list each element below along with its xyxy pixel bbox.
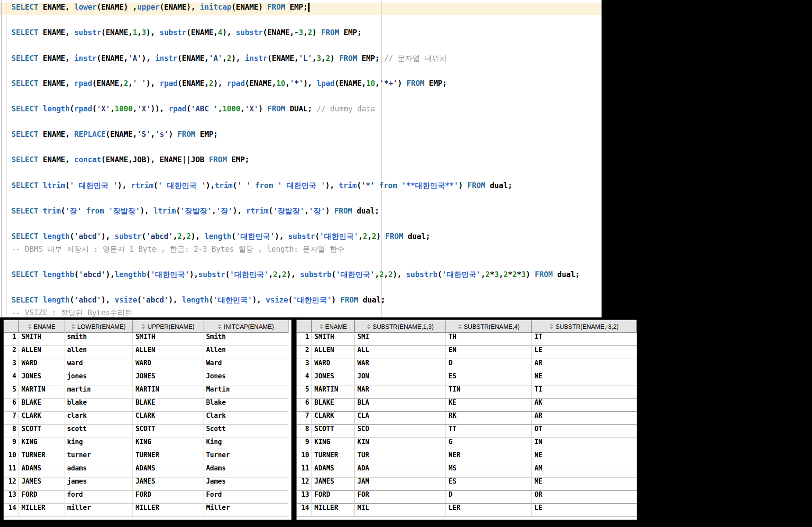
table-cell: MS <box>446 464 532 477</box>
row-number: 1 <box>297 333 312 346</box>
code-line: SELECT ENAME, instr(ENAME,'A'), instr(EN… <box>11 53 602 66</box>
table-row[interactable]: 2ALLENallenALLENAllen <box>4 346 291 359</box>
code-line: SELECT length('abcd'), vsize('abcd'), le… <box>11 295 602 308</box>
table-row[interactable]: 14MILLERMILLERLE <box>297 504 637 517</box>
table-cell: OR <box>532 491 637 504</box>
table-cell: RK <box>446 412 532 425</box>
table-row[interactable]: 11ADAMSadamsADAMSAdams <box>4 464 291 477</box>
table-row[interactable]: 7CLARKCLARKAR <box>297 412 637 425</box>
table-row[interactable]: 5MARTINmartinMARTINMartin <box>4 385 291 399</box>
table-cell: JAMES <box>19 477 64 491</box>
table-row[interactable]: 11ADAMSADAMSAM <box>297 464 637 477</box>
table-cell: ES <box>446 372 532 385</box>
table-row[interactable]: 7CLARKclarkCLARKClark <box>4 412 291 425</box>
table-row[interactable]: 12JAMESJAMESME <box>297 477 637 491</box>
table-cell: CLARK <box>19 412 64 425</box>
table-cell: LE <box>532 346 637 359</box>
table-cell: Martin <box>203 385 288 399</box>
table-cell: AR <box>532 359 637 372</box>
table-cell: JON <box>355 372 446 385</box>
column-header[interactable]: ENAME <box>19 320 64 333</box>
table-cell: FOR <box>355 491 446 504</box>
table-row[interactable]: 14MILLERmillerMILLERMiller <box>4 504 291 517</box>
sql-editor[interactable]: SELECT ENAME, lower(ENAME) ,upper(ENAME)… <box>0 0 602 317</box>
table-row[interactable]: 3WARDwardWARDWard <box>4 359 291 372</box>
table-cell: Adams <box>203 464 288 477</box>
table-cell: TURNER <box>133 451 203 464</box>
code-lines: SELECT ENAME, lower(ENAME) ,upper(ENAME)… <box>0 0 602 317</box>
table-row[interactable]: 4JONESJONESNE <box>297 372 637 385</box>
table-row[interactable]: 5MARTINMARTINTI <box>297 385 637 399</box>
table-cell: MILLER <box>133 504 203 517</box>
table-cell: D <box>446 359 532 372</box>
table-cell: MARTIN <box>19 385 64 399</box>
table-cell: Allen <box>203 346 288 359</box>
column-header[interactable]: SUBSTR(ENAME,4) <box>446 320 532 333</box>
table-cell: BLAKE <box>19 399 64 412</box>
row-number: 10 <box>297 451 312 464</box>
table-row[interactable]: 13FORDfordFORDFord <box>4 491 291 504</box>
table-cell: MILLER <box>312 504 355 517</box>
fold-gutter-line <box>7 0 7 317</box>
sort-updown-icon <box>320 324 323 329</box>
table-row[interactable]: 10TURNERturnerTURNERTurner <box>4 451 291 464</box>
row-number: 11 <box>4 464 19 477</box>
column-header[interactable]: ENAME <box>312 320 355 333</box>
table-row[interactable]: 6BLAKEBLAKEAK <box>297 399 637 412</box>
table-cell: AK <box>532 399 637 412</box>
table-cell: ADAMS <box>19 464 64 477</box>
table-cell: LER <box>446 504 532 517</box>
row-number: 12 <box>4 477 19 491</box>
table-cell: King <box>203 438 288 451</box>
table-row[interactable]: 4JONESjonesJONESJones <box>4 372 291 385</box>
row-number: 7 <box>4 412 19 425</box>
table-row[interactable]: 3WARDWARDAR <box>297 359 637 372</box>
row-number: 9 <box>4 438 19 451</box>
table-cell: Ward <box>203 359 288 372</box>
table-cell: adams <box>64 464 133 477</box>
table-cell: AR <box>532 412 637 425</box>
table-cell: BLA <box>355 399 446 412</box>
table-row[interactable]: 2ALLENALLENLE <box>297 346 637 359</box>
table-row[interactable]: 9KINGKINGIN <box>297 438 637 451</box>
column-header[interactable]: UPPER(ENAME) <box>133 320 203 333</box>
code-line <box>11 142 602 155</box>
column-header[interactable]: INITCAP(ENAME) <box>203 320 288 333</box>
table-row[interactable]: 1SMITHsmithSMITHSmith <box>4 333 291 346</box>
table-cell: MIL <box>355 504 446 517</box>
table-row[interactable]: 1SMITHSMITHIT <box>297 333 637 346</box>
table-cell: CLARK <box>133 412 203 425</box>
table-cell: IT <box>532 333 637 346</box>
table-row[interactable]: 10TURNERTURNERNE <box>297 451 637 464</box>
column-header[interactable]: LOWER(ENAME) <box>64 320 133 333</box>
table-cell: ALLEN <box>19 346 64 359</box>
table-cell: TT <box>446 425 532 438</box>
table-cell: ALL <box>355 346 446 359</box>
table-cell: G <box>446 438 532 451</box>
table-cell: KING <box>312 438 355 451</box>
table-cell: ADAMS <box>312 464 355 477</box>
table-cell: allen <box>64 346 133 359</box>
column-header[interactable]: SUBSTR(ENAME,-3,2) <box>532 320 637 333</box>
grid-header-row: ENAMESUBSTR(ENAME,1,3)SUBSTR(ENAME,4)SUB… <box>297 320 637 333</box>
table-cell: SMI <box>355 333 446 346</box>
table-cell: ADA <box>355 464 446 477</box>
code-line <box>11 219 602 231</box>
table-row[interactable]: 8SCOTTscottSCOTTScott <box>4 425 291 438</box>
table-row[interactable]: 9KINGkingKINGKing <box>4 438 291 451</box>
table-row[interactable]: 13FORDFORDOR <box>297 491 637 504</box>
sort-updown-icon <box>458 324 462 329</box>
table-cell: EN <box>446 346 532 359</box>
code-line: -- VSIZE : 할당된 Bytes수리턴 <box>11 308 602 317</box>
table-row[interactable]: 6BLAKEblakeBLAKEBlake <box>4 399 291 412</box>
column-header[interactable]: SUBSTR(ENAME,1,3) <box>355 320 446 333</box>
table-cell: MILLER <box>19 504 64 517</box>
code-line: SELECT ENAME, rpad(ENAME,2,' '), rpad(EN… <box>11 79 602 92</box>
table-cell: MARTIN <box>312 385 355 399</box>
table-cell: JAM <box>355 477 446 491</box>
column-header-label: LOWER(ENAME) <box>77 323 125 330</box>
row-number: 8 <box>297 425 312 438</box>
table-row[interactable]: 12JAMESjamesJAMESJames <box>4 477 291 491</box>
table-row[interactable]: 8SCOTTSCOTTOT <box>297 425 637 438</box>
row-number: 8 <box>4 425 19 438</box>
